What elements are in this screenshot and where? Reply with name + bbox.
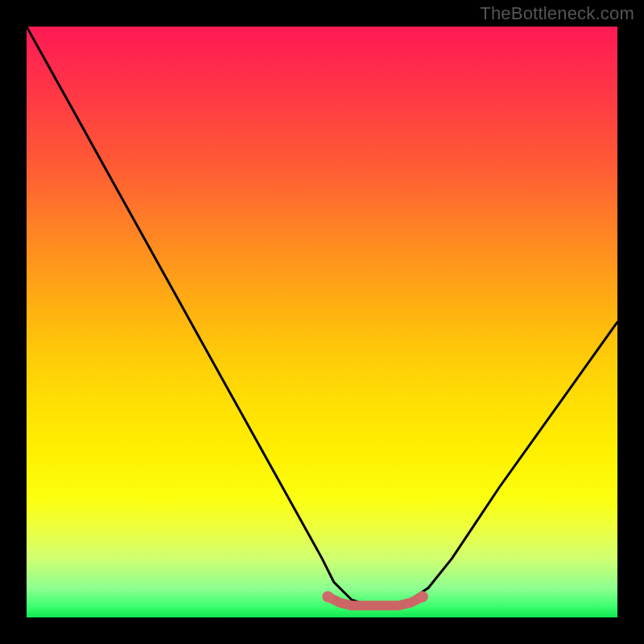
marker-end-dot <box>417 591 428 602</box>
chart-plot-area <box>27 27 617 617</box>
marker-end-dot <box>322 591 333 602</box>
watermark-text: TheBottleneck.com <box>480 3 634 24</box>
optimal-zone-marker-path <box>328 597 423 605</box>
bottleneck-curve-path <box>27 27 617 605</box>
bottleneck-curve-svg <box>27 27 617 617</box>
